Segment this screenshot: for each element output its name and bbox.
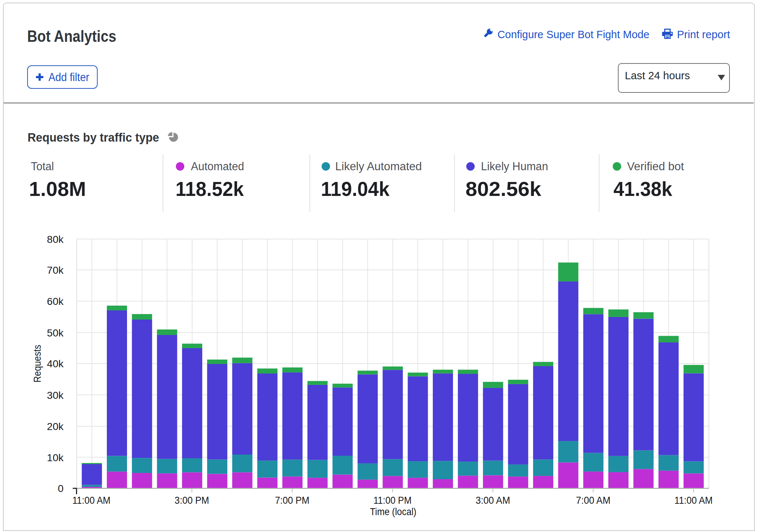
svg-text:3:00 PM: 3:00 PM: [175, 495, 209, 506]
svg-text:30k: 30k: [47, 390, 64, 401]
svg-text:3:00 AM: 3:00 AM: [476, 495, 510, 506]
svg-text:Time (local): Time (local): [370, 506, 417, 517]
svg-text:7:00 AM: 7:00 AM: [576, 495, 611, 506]
svg-text:60k: 60k: [47, 296, 64, 307]
svg-text:40k: 40k: [47, 358, 64, 369]
svg-text:0: 0: [58, 483, 64, 494]
svg-text:80k: 80k: [47, 234, 64, 245]
svg-text:70k: 70k: [47, 265, 64, 276]
svg-text:Requests: Requests: [32, 345, 43, 383]
svg-text:50k: 50k: [47, 327, 64, 339]
svg-text:7:00 PM: 7:00 PM: [275, 495, 309, 506]
svg-text:11:00 AM: 11:00 AM: [674, 495, 713, 506]
svg-text:11:00 PM: 11:00 PM: [373, 495, 412, 506]
svg-text:20k: 20k: [47, 421, 64, 432]
svg-text:11:00 AM: 11:00 AM: [72, 495, 111, 506]
svg-text:10k: 10k: [47, 452, 64, 463]
